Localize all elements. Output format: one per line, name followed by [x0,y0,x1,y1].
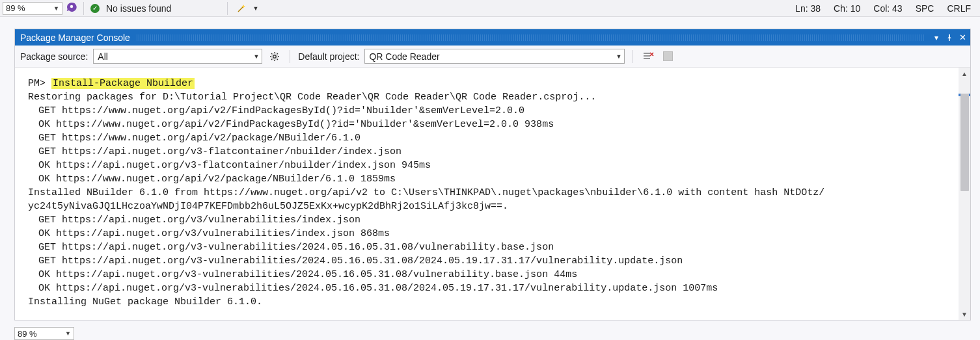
gear-icon[interactable] [267,49,282,64]
separator [83,2,84,15]
clear-console-icon[interactable] [641,49,655,64]
console-line: GET https://www.nuget.org/api/v2/FindPac… [28,104,953,118]
pin-icon[interactable] [944,33,955,43]
scroll-thumb[interactable] [960,94,969,191]
chevron-down-icon[interactable]: ▼ [252,5,258,12]
separator [633,50,633,63]
vertical-scrollbar[interactable]: ▲ ▼ [959,68,970,320]
package-source-combo[interactable]: All ▼ [93,49,262,64]
console-line: Installed NBuilder 6.1.0 from https://ww… [28,186,953,200]
console-line: Restoring packages for D:\Tutorial Proje… [28,90,953,104]
scroll-down-icon[interactable]: ▼ [959,308,970,320]
zoom-combo-top[interactable]: 89 % ▼ [3,2,62,15]
console-line: OK https://api.nuget.org/v3-vulnerabilit… [28,281,953,295]
console-line: OK https://api.nuget.org/v3-flatcontaine… [28,159,953,172]
stop-button[interactable] [660,49,675,64]
package-source-value: All [98,51,108,62]
svg-line-6 [271,53,272,54]
zoom-combo-bottom[interactable]: 89 % ▼ [14,327,74,340]
indent-indicator: SPC [916,3,934,14]
package-source-label: Package source: [20,51,88,62]
title-grip[interactable] [137,34,925,41]
chevron-down-icon: ▼ [65,330,71,337]
close-icon[interactable]: ✕ [957,33,968,43]
console-line: GET https://api.nuget.org/v3-vulnerabili… [28,241,953,254]
scroll-up-icon[interactable]: ▲ [959,68,970,79]
window-menu-icon[interactable]: ▾ [931,33,942,43]
console-line: GET https://api.nuget.org/v3/vulnerabili… [28,213,953,227]
editor-status-bar: 89 % ▼ ✓ No issues found ▼ Ln: 38 Ch: 10… [0,0,980,17]
zoom-value: 89 % [6,3,25,13]
svg-point-0 [70,5,73,8]
separator [290,50,290,63]
console-line: yc24t5yNivaGJQ1LHczoaYwNDjI04P7KEFDmbb2h… [28,200,953,213]
eol-indicator: CRLF [947,3,971,14]
console-line: OK https://www.nuget.org/api/v2/FindPack… [28,118,953,131]
wand-icon[interactable] [234,1,249,16]
svg-line-7 [277,59,278,59]
console-line: GET https://api.nuget.org/v3-flatcontain… [28,145,953,159]
console-text[interactable]: PM> Install-Package NbuilderRestoring pa… [28,77,953,320]
console-line: GET https://api.nuget.org/v3-vulnerabili… [28,254,953,268]
separator [227,2,228,15]
stop-icon [663,51,673,61]
prompt: PM> [28,78,51,89]
line-indicator: Ln: 38 [795,3,821,14]
chevron-down-icon: ▼ [253,53,259,60]
chevron-down-icon: ▼ [616,53,622,60]
console-line: GET https://www.nuget.org/api/v2/package… [28,131,953,145]
check-circle-icon: ✓ [90,4,100,13]
entered-command: Install-Package Nbuilder [51,78,195,89]
console-line: PM> Install-Package Nbuilder [28,77,953,90]
caret-position-info: Ln: 38 Ch: 10 Col: 43 SPC CRLF [795,3,977,14]
pmc-title-text: Package Manager Console [20,33,130,43]
default-project-value: QR Code Reader [369,51,439,62]
default-project-label: Default project: [298,51,359,62]
package-manager-console-panel: Package Manager Console ▾ ✕ Package sour… [14,29,971,320]
feedback-icon[interactable] [66,2,77,14]
pmc-title-bar[interactable]: Package Manager Console ▾ ✕ [15,29,970,46]
pmc-toolbar: Package source: All ▼ Default project: Q… [15,46,970,68]
zoom-value: 89 % [18,329,37,339]
issues-label: No issues found [106,3,171,14]
char-indicator: Ch: 10 [834,3,860,14]
col-indicator: Col: 43 [873,3,902,14]
console-line: Installing NuGet package Nbuilder 6.1.0. [28,295,953,309]
console-line: OK https://www.nuget.org/api/v2/package/… [28,172,953,186]
console-line: OK https://api.nuget.org/v3-vulnerabilit… [28,268,953,281]
chevron-down-icon: ▼ [53,5,59,12]
default-project-combo[interactable]: QR Code Reader ▼ [364,49,625,64]
console-line: OK https://api.nuget.org/v3/vulnerabilit… [28,227,953,241]
console-output-region: PM> Install-Package NbuilderRestoring pa… [15,68,970,320]
